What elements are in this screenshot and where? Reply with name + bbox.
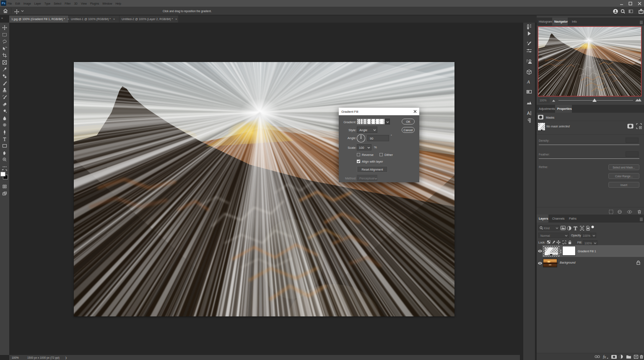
svg-text:A: A: [527, 79, 530, 84]
svg-text:fx: fx: [603, 355, 606, 359]
svg-text:A: A: [527, 111, 530, 116]
